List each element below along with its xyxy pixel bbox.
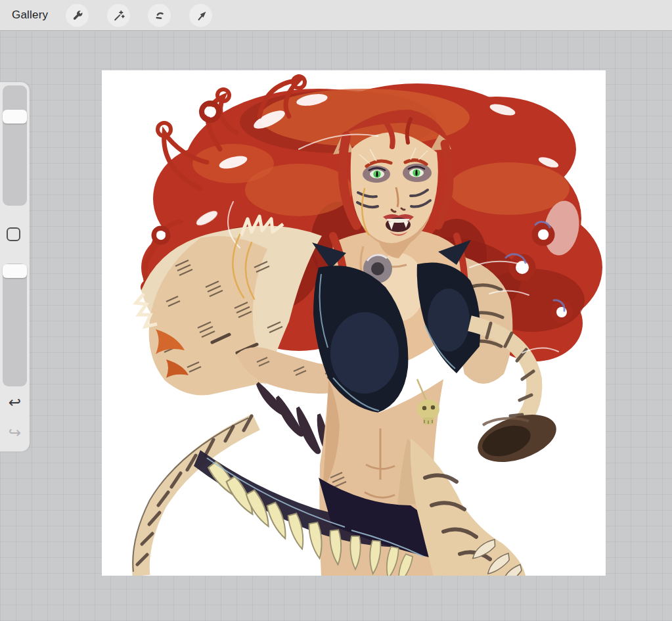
actions-button[interactable] <box>66 4 89 27</box>
magic-wand-icon <box>112 9 125 22</box>
redo-button[interactable]: ↪ <box>0 423 30 444</box>
sidebar-panel: ↩ ↪ <box>0 82 30 451</box>
undo-button[interactable]: ↩ <box>0 392 30 413</box>
artwork <box>102 70 606 576</box>
drawing-canvas[interactable] <box>102 70 606 576</box>
gallery-button[interactable]: Gallery <box>12 9 48 22</box>
wrench-icon <box>71 9 84 22</box>
transform-button[interactable] <box>189 4 212 27</box>
modify-button[interactable] <box>7 227 20 241</box>
top-toolbar: Gallery <box>0 0 672 31</box>
selection-s-icon <box>153 9 166 22</box>
redo-icon: ↪ <box>9 424 21 441</box>
opacity-slider-handle[interactable] <box>3 264 27 278</box>
adjustments-button[interactable] <box>107 4 130 27</box>
brush-size-slider[interactable] <box>3 85 27 206</box>
selection-button[interactable] <box>148 4 171 27</box>
undo-icon: ↩ <box>9 394 21 411</box>
opacity-slider[interactable] <box>3 264 27 386</box>
transform-arrow-icon <box>194 9 208 22</box>
brush-size-slider-handle[interactable] <box>3 110 27 124</box>
